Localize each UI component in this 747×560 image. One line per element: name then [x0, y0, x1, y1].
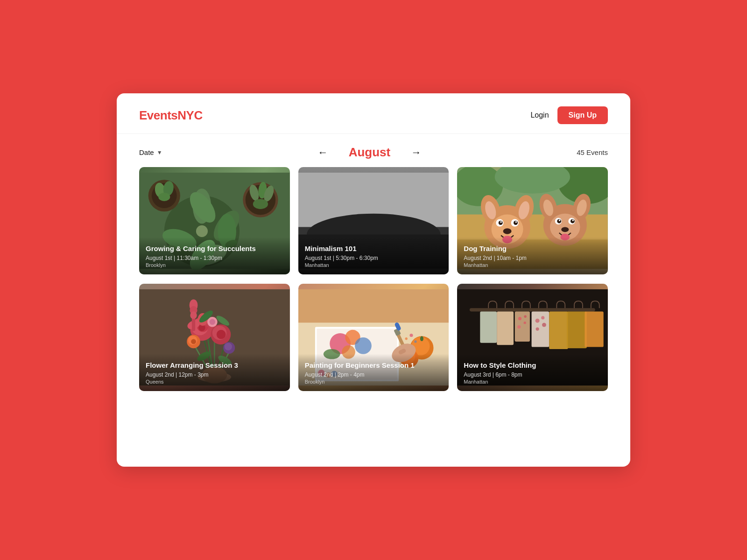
- login-button[interactable]: Login: [530, 111, 549, 119]
- svg-point-45: [515, 221, 517, 223]
- month-nav: ← August →: [317, 145, 421, 160]
- header: EventsNYC Login Sign Up: [117, 93, 630, 134]
- svg-point-136: [541, 316, 544, 319]
- svg-point-138: [536, 327, 539, 330]
- event-card-flowers[interactable]: Flower Arranging Session 3 August 2nd | …: [139, 284, 290, 391]
- event-title-minimalism: Minimalism 101: [305, 245, 443, 253]
- event-location-minimalism: Manhattan: [305, 262, 443, 268]
- svg-point-46: [503, 228, 512, 234]
- svg-point-84: [191, 339, 196, 344]
- event-date-flowers: August 2nd | 12pm - 3pm: [146, 371, 283, 378]
- event-date-painting: August 2nd | 2pm - 4pm: [305, 371, 443, 378]
- svg-point-109: [420, 336, 423, 341]
- event-location-succulents: Brooklyn: [146, 262, 283, 268]
- card-overlay-dog: Dog Training August 2nd | 10am - 1pm Man…: [457, 237, 608, 274]
- date-filter-label: Date: [139, 148, 154, 156]
- signup-button[interactable]: Sign Up: [557, 106, 608, 124]
- card-overlay-flowers: Flower Arranging Session 3 August 2nd | …: [139, 354, 290, 391]
- svg-rect-134: [532, 311, 550, 347]
- prev-month-button[interactable]: ←: [317, 147, 328, 158]
- svg-point-119: [414, 340, 416, 343]
- svg-rect-139: [550, 311, 568, 349]
- event-location-clothing: Manhattan: [464, 379, 601, 385]
- event-card-dog[interactable]: Dog Training August 2nd | 10am - 1pm Man…: [457, 167, 608, 274]
- svg-point-118: [409, 334, 413, 337]
- event-location-dog: Manhattan: [464, 262, 601, 268]
- svg-point-135: [536, 319, 540, 323]
- svg-point-60: [561, 227, 569, 232]
- events-count: 45 Events: [577, 148, 608, 156]
- event-title-painting: Painting for Beginners Session 1: [305, 361, 443, 370]
- svg-point-58: [559, 219, 561, 221]
- events-row-1: Growing & Caring for Succulents August 1…: [139, 167, 608, 274]
- svg-rect-141: [585, 311, 604, 347]
- month-label: August: [339, 145, 400, 160]
- chevron-down-icon: ▼: [157, 149, 162, 156]
- svg-point-59: [572, 219, 574, 221]
- event-date-clothing: August 3rd | 6pm - 8pm: [464, 371, 601, 378]
- logo-accent: NYC: [177, 108, 202, 122]
- event-card-minimalism[interactable]: Minimalism 101 August 1st | 5:30pm - 6:3…: [298, 167, 449, 274]
- event-title-succulents: Growing & Caring for Succulents: [146, 245, 283, 253]
- svg-point-120: [405, 337, 407, 340]
- svg-point-16: [253, 199, 268, 209]
- logo-text: Events: [139, 108, 177, 122]
- card-overlay-succulents: Growing & Caring for Succulents August 1…: [139, 237, 290, 274]
- svg-point-132: [517, 325, 521, 329]
- event-title-clothing: How to Style Clothing: [464, 361, 601, 370]
- svg-point-88: [225, 343, 232, 350]
- event-card-succulents[interactable]: Growing & Caring for Succulents August 1…: [139, 167, 290, 274]
- svg-rect-126: [470, 308, 595, 311]
- event-title-dog: Dog Training: [464, 245, 601, 253]
- events-row-2: Flower Arranging Session 3 August 2nd | …: [139, 284, 608, 391]
- svg-rect-140: [567, 311, 587, 348]
- event-date-succulents: August 1st | 11:30am - 1:30pm: [146, 255, 283, 261]
- svg-point-9: [196, 225, 208, 237]
- svg-point-130: [518, 317, 521, 320]
- svg-point-131: [524, 322, 526, 324]
- event-location-flowers: Queens: [146, 379, 283, 385]
- event-title-flowers: Flower Arranging Session 3: [146, 361, 283, 370]
- event-card-clothing[interactable]: How to Style Clothing August 3rd | 6pm -…: [457, 284, 608, 391]
- app-container: EventsNYC Login Sign Up Date ▼ ← August …: [117, 93, 630, 467]
- svg-rect-129: [515, 311, 530, 342]
- events-grid: Growing & Caring for Succulents August 1…: [117, 167, 630, 391]
- svg-point-133: [524, 315, 527, 317]
- event-card-painting[interactable]: Painting for Beginners Session 1 August …: [298, 284, 449, 391]
- svg-point-81: [217, 330, 226, 339]
- controls-bar: Date ▼ ← August → 45 Events: [117, 134, 630, 167]
- event-location-painting: Brooklyn: [305, 379, 443, 385]
- card-overlay-minimalism: Minimalism 101 August 1st | 5:30pm - 6:3…: [298, 237, 449, 274]
- card-overlay-painting: Painting for Beginners Session 1 August …: [298, 354, 449, 391]
- svg-point-104: [355, 337, 372, 354]
- header-actions: Login Sign Up: [530, 106, 608, 124]
- next-month-button[interactable]: →: [411, 147, 421, 158]
- svg-point-137: [542, 323, 546, 327]
- event-date-dog: August 2nd | 10am - 1pm: [464, 255, 601, 261]
- svg-rect-128: [497, 311, 514, 345]
- card-overlay-clothing: How to Style Clothing August 3rd | 6pm -…: [457, 354, 608, 391]
- svg-point-21: [158, 193, 170, 201]
- date-filter[interactable]: Date ▼: [139, 148, 162, 156]
- svg-point-92: [190, 311, 197, 319]
- svg-point-86: [210, 319, 216, 325]
- event-date-minimalism: August 1st | 5:30pm - 6:30pm: [305, 255, 443, 261]
- svg-point-44: [500, 221, 502, 223]
- logo: EventsNYC: [139, 108, 203, 123]
- svg-rect-127: [480, 311, 497, 343]
